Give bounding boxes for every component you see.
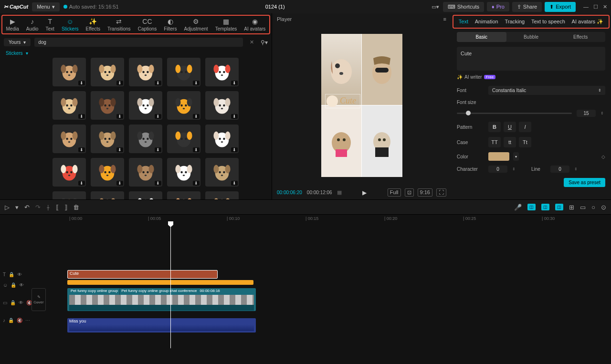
subtab-effects[interactable]: Effects bbox=[556, 32, 605, 42]
download-icon[interactable]: ⬇ bbox=[193, 181, 200, 186]
sticker-item[interactable]: ⬇ bbox=[129, 158, 162, 187]
undo-icon[interactable]: ↶ bbox=[24, 204, 30, 211]
pattern-b-button[interactable]: B bbox=[488, 122, 501, 132]
inspector-tab-animation[interactable]: Animation bbox=[475, 19, 498, 25]
inspector-tab-tracking[interactable]: Tracking bbox=[505, 19, 525, 25]
text-content-input[interactable]: Cute bbox=[457, 47, 605, 71]
cover-button[interactable]: ✎Cover bbox=[32, 288, 46, 311]
magnet-1-icon[interactable]: ◫ bbox=[527, 204, 536, 210]
media-tab-ai-avatars[interactable]: ◉AI avatars bbox=[242, 17, 267, 32]
player-canvas[interactable]: Cute bbox=[272, 25, 451, 186]
ratio-icon[interactable]: 9:16 bbox=[418, 188, 432, 197]
redo-icon[interactable]: ↷ bbox=[35, 204, 41, 211]
audio-track-icon[interactable]: ♪ bbox=[3, 318, 5, 323]
filter-icon[interactable]: ⚲▾ bbox=[261, 39, 268, 46]
sticker-item[interactable]: ⬇ bbox=[53, 158, 86, 187]
media-tab-stickers[interactable]: ☺Stickers bbox=[60, 17, 81, 32]
media-tab-filters[interactable]: ◐Filters bbox=[162, 17, 179, 32]
magnet-3-icon[interactable]: ◫ bbox=[555, 204, 563, 210]
subtab-bubble[interactable]: Bubble bbox=[506, 32, 556, 42]
line-input[interactable] bbox=[550, 166, 569, 173]
sticker-item[interactable]: ⬇ bbox=[167, 91, 200, 120]
more-icon[interactable]: ⋯ bbox=[25, 318, 30, 323]
media-tab-effects[interactable]: ✨Effects bbox=[84, 17, 102, 32]
sticker-item[interactable]: ⬇ bbox=[91, 91, 124, 120]
audio-clip[interactable]: Miss you bbox=[67, 318, 256, 333]
download-icon[interactable]: ⬇ bbox=[231, 81, 238, 85]
sticker-item[interactable]: ⬇ bbox=[91, 191, 124, 199]
full-icon[interactable]: Full bbox=[388, 188, 401, 197]
eye-icon[interactable]: 👁 bbox=[19, 282, 24, 288]
sticker-item[interactable]: ⬇ bbox=[91, 158, 124, 187]
sticker-item[interactable]: ⬇ bbox=[205, 91, 239, 120]
sticker-item[interactable]: ⬇ bbox=[91, 58, 124, 86]
grid-view-icon[interactable]: ▦ bbox=[337, 189, 342, 196]
sticker-item[interactable]: ⬇ bbox=[53, 58, 86, 86]
crop-icon[interactable]: ⊡ bbox=[405, 188, 414, 197]
menu-button[interactable]: Menu ▾ bbox=[32, 2, 60, 11]
share-button[interactable]: ⇪ Share bbox=[512, 2, 542, 12]
zoom-out-icon[interactable]: ○ bbox=[591, 204, 595, 211]
sticker-item[interactable]: ⬇ bbox=[129, 91, 162, 120]
sticker-item[interactable]: ⬇ bbox=[167, 191, 200, 199]
delete-icon[interactable]: 🗑 bbox=[73, 204, 79, 211]
lock-icon[interactable]: 🔒 bbox=[11, 282, 16, 288]
download-icon[interactable]: ⬇ bbox=[155, 114, 161, 119]
download-icon[interactable]: ⬇ bbox=[193, 114, 200, 119]
download-icon[interactable]: ⬇ bbox=[78, 147, 85, 152]
sticker-item[interactable]: ⬇ bbox=[205, 58, 239, 86]
color-dropdown[interactable]: ▾ bbox=[513, 152, 519, 161]
maximize-icon[interactable]: ☐ bbox=[593, 4, 598, 10]
category-dropdown[interactable]: Stickers▾ bbox=[0, 49, 272, 58]
download-icon[interactable]: ⬇ bbox=[116, 181, 123, 186]
pattern-u-button[interactable]: U bbox=[504, 122, 516, 132]
split-left-icon[interactable]: ⟦ bbox=[56, 204, 59, 211]
media-tab-adjustment[interactable]: ⚙Adjustment bbox=[182, 17, 210, 32]
split-right-icon[interactable]: ⟧ bbox=[64, 204, 67, 211]
video-track-icon[interactable]: ▭ bbox=[3, 300, 7, 305]
download-icon[interactable]: ⬇ bbox=[193, 147, 200, 152]
text-overlay[interactable]: Cute bbox=[325, 94, 360, 108]
player-menu-icon[interactable]: ≡ bbox=[443, 16, 446, 22]
character-input[interactable] bbox=[488, 166, 507, 173]
download-icon[interactable]: ⬇ bbox=[116, 81, 123, 85]
sticker-item[interactable]: ⬇ bbox=[53, 125, 86, 153]
font-size-slider[interactable] bbox=[457, 113, 572, 114]
char-stepper[interactable]: ⇕ bbox=[512, 167, 517, 171]
media-tab-captions[interactable]: CCCaptions bbox=[136, 17, 158, 32]
download-icon[interactable]: ⬇ bbox=[155, 147, 161, 152]
case-TT-button[interactable]: TT bbox=[488, 137, 501, 147]
sticker-item[interactable]: ⬇ bbox=[53, 91, 86, 120]
eye-icon[interactable]: 👁 bbox=[17, 272, 22, 277]
text-clip[interactable]: Cute bbox=[67, 270, 218, 279]
case-Tt-button[interactable]: Tt bbox=[519, 137, 531, 147]
subtab-basic[interactable]: Basic bbox=[457, 32, 506, 42]
split-icon[interactable]: ⟊ bbox=[46, 204, 50, 211]
sticker-item[interactable]: ⬇ bbox=[91, 125, 124, 153]
pattern-i-button[interactable]: I bbox=[519, 122, 531, 132]
download-icon[interactable]: ⬇ bbox=[78, 181, 85, 186]
shortcuts-button[interactable]: ⌨ Shortcuts bbox=[443, 2, 484, 12]
fullscreen-icon[interactable]: ⛶ bbox=[436, 188, 446, 197]
sticker-item[interactable]: ⬇ bbox=[129, 125, 162, 153]
reset-color-icon[interactable]: ◇ bbox=[601, 154, 605, 159]
color-swatch[interactable] bbox=[488, 152, 509, 161]
select-tool-icon[interactable]: ▷ bbox=[5, 204, 10, 211]
download-icon[interactable]: ⬇ bbox=[155, 81, 161, 85]
lock-icon[interactable]: 🔒 bbox=[10, 300, 16, 305]
text-track-icon[interactable]: T bbox=[3, 272, 6, 277]
font-size-input[interactable] bbox=[577, 110, 596, 117]
case-tt-button[interactable]: tt bbox=[504, 137, 516, 147]
inspector-tab-text-to-speech[interactable]: Text to speech bbox=[531, 19, 565, 25]
snap-icon[interactable]: ⊞ bbox=[569, 204, 574, 211]
sticker-item[interactable]: ⬇ bbox=[167, 158, 200, 187]
ai-writer-button[interactable]: ✨ AI writer Free bbox=[457, 74, 605, 80]
lock-icon[interactable]: 🔒 bbox=[8, 318, 14, 323]
magnet-2-icon[interactable]: ◫ bbox=[541, 204, 549, 210]
download-icon[interactable]: ⬇ bbox=[231, 181, 238, 186]
video-clip[interactable]: Pet funny copy online groupPet funny cop… bbox=[67, 288, 256, 311]
media-tab-audio[interactable]: ♪Audio bbox=[24, 17, 41, 32]
download-icon[interactable]: ⬇ bbox=[231, 114, 238, 119]
inspector-tab-ai-avatars[interactable]: AI avatars ✨ bbox=[572, 19, 604, 25]
sticker-item[interactable]: ⬇ bbox=[167, 58, 200, 86]
